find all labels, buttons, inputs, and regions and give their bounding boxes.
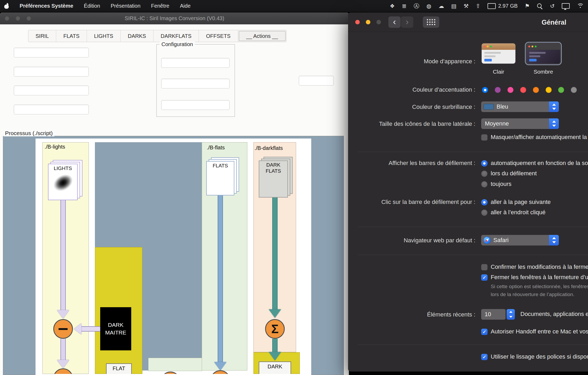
zoom-button[interactable] [27,16,31,21]
scroll-show-radio-auto[interactable] [481,160,488,167]
recents-stepper[interactable] [507,309,515,320]
menu-aide[interactable]: Aide [180,3,191,9]
tab-offsets[interactable]: OFFSETS [199,30,238,42]
config-field-2[interactable] [161,79,230,88]
close-windows-checkbox[interactable]: ✓ [481,274,488,281]
text-field-4[interactable] [14,105,89,114]
dark-box: DARK [259,361,291,375]
popup-arrows-icon [549,101,559,112]
handoff-label[interactable]: Autoriser Handoff entre ce Mac et vos ap… [491,328,588,335]
display-meter-icon [488,3,496,9]
flats-stack-title: FLATS [207,163,234,169]
scroll-show-option-auto[interactable]: automatiquement en fonction de la souris… [491,160,588,167]
recents-suffix: Documents, applications et serveurs [520,311,588,318]
accent-green[interactable] [558,87,564,93]
apple-menu-icon[interactable] [4,3,9,9]
equalizer-icon[interactable]: ≣ [402,3,407,9]
wifi-icon[interactable] [577,3,584,9]
tab-siril[interactable]: SIRIL [28,30,56,42]
accent-purple[interactable] [495,87,501,93]
highlight-popup[interactable]: Bleu [481,101,559,112]
cloud-sync-icon[interactable]: ☁ [438,3,444,9]
accent-orange[interactable] [533,87,539,93]
tab-actions[interactable]: __ Actions __ [239,31,286,41]
font-smoothing-checkbox[interactable]: ✓ [481,354,488,360]
zoom-button[interactable] [376,20,381,24]
forward-button[interactable]: › [401,16,413,28]
close-button[interactable] [5,16,9,21]
diagram-margin [37,140,42,374]
prefs-titlebar[interactable]: ‹ › Général [348,12,588,32]
minimize-button[interactable] [366,20,370,24]
handoff-checkbox[interactable]: ✓ [481,329,488,335]
siril-titlebar[interactable]: SIRIL-IC : Siril Images Conversion (V0.4… [0,12,349,24]
appearance-clair-thumb[interactable] [481,43,516,64]
printer-icon[interactable]: ▤ [451,3,457,9]
tab-flats[interactable]: FLATS [56,30,87,42]
scroll-click-radio-spot[interactable] [481,209,488,216]
menubar-hide-checkbox[interactable] [481,134,488,141]
scroll-click-label: Clic sur la barre de défilement pour : [351,199,475,206]
dropbox-icon[interactable]: ❖ [390,3,395,9]
close-button[interactable] [355,20,360,24]
flats-band [148,358,202,371]
mask-icon[interactable]: ◍ [427,3,431,9]
recents-value[interactable]: 10 [481,309,506,320]
siril-tab-bar: SIRIL FLATS LIGHTS DARKS DARKFLATS OFFSE… [28,30,287,42]
appearance-sombre-thumb[interactable] [526,43,560,64]
prefs-pane-title: Général [542,19,566,26]
close-windows-label[interactable]: Fermer les fenêtres à la fermeture d’une… [491,274,588,281]
process-diagram: ./B-lights ./B-flats ./B-darkflats LIGHT… [36,139,311,375]
menu-edition[interactable]: Édition [84,3,100,9]
tab-lights[interactable]: LIGHTS [87,30,121,42]
scroll-click-radio-page[interactable] [481,199,488,206]
spotlight-search-icon[interactable] [537,3,543,9]
sidebar-size-popup[interactable]: Moyenne [481,118,559,129]
scroll-show-radio-scrolling[interactable] [481,171,488,177]
a-badge-icon[interactable]: Ⓐ [414,2,419,10]
appearance-clair-caption: Clair [481,69,516,75]
lights-arrow [60,200,66,311]
scroll-click-option-page[interactable]: aller à la page suivante [491,199,551,206]
tools-icon[interactable]: ⚒ [464,3,469,9]
side-field[interactable] [299,76,334,86]
config-field-1[interactable] [161,58,230,68]
accent-blue[interactable] [482,87,488,93]
browser-popup[interactable]: Safari [481,235,559,245]
screen-mirroring-icon[interactable] [562,3,570,9]
menu-app-name[interactable]: Préférences Système [20,3,73,9]
input-flag-icon[interactable]: ⚑ [525,3,530,9]
minimize-button[interactable] [16,16,20,21]
config-field-3[interactable] [161,100,230,110]
scroll-click-option-spot[interactable]: aller à l’endroit cliqué [491,209,546,216]
accent-pink[interactable] [507,87,514,93]
accent-yellow[interactable] [546,87,552,93]
tab-darks[interactable]: DARKS [121,30,153,42]
text-field-3[interactable] [14,86,89,95]
scroll-show-label: Afficher les barres de défilement : [351,160,475,167]
upload-icon[interactable]: ⇧ [476,3,481,9]
show-all-button[interactable] [423,16,439,28]
tab-darkflats[interactable]: DARKFLATS [153,30,199,42]
time-machine-icon[interactable]: ↺ [550,3,555,9]
accent-red[interactable] [520,87,526,93]
text-field-1[interactable] [14,48,89,57]
menu-presentation[interactable]: Présentation [111,3,141,9]
popup-arrows-icon [549,235,559,245]
text-field-2[interactable] [14,67,89,77]
confirm-changes-checkbox[interactable] [481,264,488,270]
accent-graphite[interactable] [571,87,577,93]
scroll-show-option-scrolling[interactable]: lors du défilement [491,170,537,177]
font-smoothing-label[interactable]: Utiliser le lissage des polices si dispo… [491,353,588,360]
menubar-hide-label[interactable]: Masquer/afficher automatiquement la barr… [491,134,588,141]
popup-arrows-icon [549,118,559,129]
memory-status[interactable]: 2.97 GB [488,3,517,9]
scroll-show-radio-always[interactable] [481,181,488,188]
confirm-changes-label[interactable]: Confirmer les modifications à la fermetu… [491,264,588,270]
scroll-show-option-always[interactable]: toujours [491,181,511,188]
dark-maitre-box: DARK MAITRE [100,307,131,350]
flats-stack: FLATS [206,157,240,196]
menu-fenetre[interactable]: Fenêtre [151,3,169,9]
recents-label: Éléments récents : [351,311,475,318]
back-button[interactable]: ‹ [388,16,401,28]
